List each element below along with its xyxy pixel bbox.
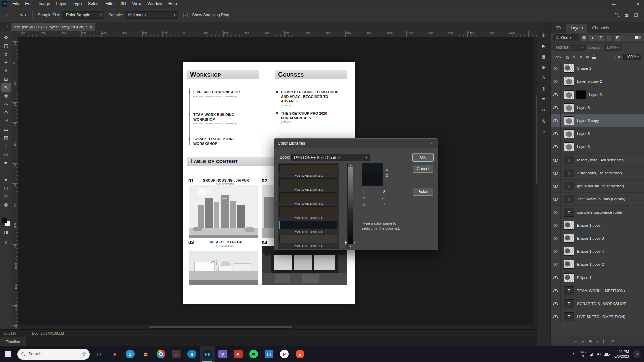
layer-row[interactable]: Layer 6 bbox=[551, 140, 644, 154]
eyedropper-tool[interactable]: ✎ bbox=[1, 83, 11, 92]
visibility-toggle[interactable] bbox=[551, 232, 561, 245]
lock-transparency-icon[interactable]: ▨ bbox=[565, 54, 571, 60]
language-indicator[interactable]: ENG IN bbox=[578, 350, 586, 358]
menu-filter[interactable]: Filter bbox=[103, 0, 118, 8]
menu-image[interactable]: Image bbox=[36, 0, 53, 8]
picker-button[interactable]: Picker bbox=[413, 188, 433, 196]
visibility-toggle[interactable] bbox=[551, 180, 561, 192]
minimize-button[interactable]: — bbox=[608, 0, 620, 8]
ok-button[interactable]: OK bbox=[413, 153, 433, 161]
gamut-warning-icon[interactable]: ⚠ bbox=[385, 168, 388, 171]
layer-row[interactable]: Layer 8 bbox=[551, 101, 644, 114]
home-icon[interactable]: ⌂ bbox=[2, 12, 10, 18]
lock-all-icon[interactable] bbox=[591, 54, 597, 60]
tab-3d[interactable]: 3D bbox=[551, 24, 566, 33]
filter-kind-select[interactable]: Kind ▾ bbox=[553, 34, 579, 41]
tray-expand-icon[interactable]: ∧ bbox=[572, 352, 575, 356]
scroll-up-icon[interactable]: ▲ bbox=[348, 163, 353, 167]
layer-row[interactable]: Ellipse 1 copy 2 bbox=[551, 258, 644, 271]
ruler-corner[interactable] bbox=[12, 31, 18, 37]
delete-layer-icon[interactable]: ▯ bbox=[619, 339, 621, 343]
layer-row[interactable]: Ellipse 1 copy 4 bbox=[551, 245, 644, 258]
layer-row[interactable]: Layer 9 bbox=[551, 88, 644, 101]
menu-3d[interactable]: 3D bbox=[118, 0, 129, 8]
show-sampling-ring-checkbox[interactable]: ✓ bbox=[183, 13, 188, 17]
layer-row[interactable]: Ellipse 1 bbox=[551, 271, 644, 284]
task-view-button[interactable]: ▢ bbox=[92, 346, 107, 362]
type-tool[interactable]: T bbox=[1, 167, 11, 175]
filter-pixel-layers-icon[interactable]: ▦ bbox=[580, 34, 588, 41]
pantone-color-item[interactable]: PANTONE Black 2 C bbox=[279, 164, 337, 178]
pantone-color-item[interactable]: PANTONE Black 5 C bbox=[279, 206, 337, 220]
slider-marker-left[interactable] bbox=[345, 241, 347, 244]
marquee-tool[interactable]: ▢ bbox=[1, 41, 11, 50]
hand-tool[interactable]: ☞ bbox=[1, 192, 11, 200]
expand-dock-icon[interactable]: « bbox=[543, 23, 545, 29]
close-button[interactable]: × bbox=[632, 0, 644, 8]
start-button[interactable] bbox=[0, 346, 16, 362]
pantone-color-item[interactable]: PANTONE Black 6 C bbox=[279, 221, 337, 234]
brush-tool[interactable]: ✑ bbox=[1, 100, 11, 108]
visibility-toggle[interactable] bbox=[551, 284, 561, 297]
pen-tool[interactable]: ✒ bbox=[1, 159, 11, 167]
filter-toggle[interactable] bbox=[635, 36, 641, 39]
dialog-title-bar[interactable]: Color Libraries × bbox=[274, 139, 438, 148]
actions-panel-icon[interactable]: ▶ bbox=[539, 41, 548, 50]
canvas-horizontal-scrollbar[interactable] bbox=[18, 325, 533, 329]
layer-row[interactable]: Ellipse 1 copy bbox=[551, 219, 644, 232]
close-tab-icon[interactable]: × bbox=[90, 25, 92, 29]
file-explorer[interactable]: ▤ bbox=[138, 346, 153, 362]
dodge-tool[interactable]: ☉ bbox=[1, 150, 11, 159]
acrobat-app[interactable]: A bbox=[169, 346, 184, 362]
layer-row[interactable]: Tcomplete gui...vance (udem bbox=[551, 206, 644, 219]
lock-position-icon[interactable]: ✥ bbox=[578, 54, 584, 60]
layer-row[interactable]: Layer 5 bbox=[551, 127, 644, 140]
layer-effects-icon[interactable]: fx bbox=[581, 339, 584, 343]
clock[interactable]: 1:49 PM 6/5/2023 bbox=[614, 349, 629, 359]
color-slider[interactable]: ▲ ▼ bbox=[347, 163, 353, 249]
pantone-color-list[interactable]: PANTONE Black 2 CPANTONE Black 3 CPANTON… bbox=[278, 163, 339, 249]
visibility-toggle[interactable] bbox=[551, 167, 561, 179]
frame-tool[interactable]: ⊞ bbox=[1, 75, 11, 83]
clone-source-panel-icon[interactable]: ✂ bbox=[539, 106, 548, 114]
histogram-panel-icon[interactable]: ▦ bbox=[539, 52, 548, 61]
visibility-toggle[interactable] bbox=[551, 114, 561, 127]
visibility-toggle[interactable] bbox=[551, 101, 561, 114]
gradient-tool[interactable]: ▨ bbox=[1, 133, 11, 142]
people-app[interactable]: ☻ bbox=[107, 346, 122, 362]
sample-size-select[interactable]: Point Sample ▾ bbox=[63, 11, 104, 19]
restore-button[interactable]: □ bbox=[620, 0, 632, 8]
edit-toolbar-icon[interactable]: ··· bbox=[4, 212, 8, 215]
new-layer-icon[interactable]: ⊞ bbox=[611, 339, 614, 343]
v-app[interactable]: V bbox=[215, 346, 230, 362]
scroll-down-icon[interactable]: ▼ bbox=[348, 244, 353, 249]
tab-timeline[interactable]: Timeline bbox=[0, 337, 26, 346]
pinterest-app[interactable]: P bbox=[277, 346, 292, 362]
layer-row[interactable]: TSCRAP TO S...WORKSHOP bbox=[551, 297, 644, 310]
grid-icon[interactable]: ▦ bbox=[625, 13, 629, 18]
blend-mode-select[interactable]: Normal ▾ bbox=[553, 44, 586, 51]
visibility-toggle[interactable] bbox=[551, 245, 561, 258]
menu-select[interactable]: Select bbox=[85, 0, 103, 8]
canvas-vertical-scrollbar[interactable] bbox=[533, 37, 537, 329]
color-gradient-strip[interactable] bbox=[348, 167, 353, 244]
tool-preset-picker[interactable]: ✎ ▾ bbox=[17, 12, 29, 19]
visibility-toggle[interactable] bbox=[551, 154, 561, 166]
book-select[interactable]: PANTONE+ Solid Coated ▾ bbox=[291, 154, 370, 161]
layer-row[interactable]: Layer 5 copy bbox=[551, 114, 644, 127]
layer-row[interactable]: Tgroup housin...th semester) bbox=[551, 180, 644, 193]
photoshop-app[interactable]: Ps bbox=[200, 346, 215, 362]
layer-row[interactable]: Ellipse 1 copy 3 bbox=[551, 232, 644, 245]
layer-row[interactable]: T3 star hotel,...th semester) bbox=[551, 167, 644, 180]
layer-row[interactable]: Tresort , kere...4th semester) bbox=[551, 154, 644, 167]
pantone-color-item[interactable]: PANTONE Black 3 C bbox=[279, 178, 337, 192]
screen-mode-icon[interactable]: ▯ bbox=[1, 238, 11, 246]
notification-badge[interactable]: 3 bbox=[633, 350, 641, 358]
move-tool[interactable]: ✥ bbox=[1, 33, 11, 41]
color-panel-icon[interactable]: ✣ bbox=[539, 31, 548, 39]
properties-panel-icon[interactable]: ◎ bbox=[539, 116, 548, 125]
quick-selection-tool[interactable]: ✦ bbox=[1, 58, 11, 66]
quick-mask-icon[interactable]: ◨ bbox=[1, 228, 11, 236]
pantone-color-item[interactable]: PANTONE Black 7 C bbox=[279, 235, 337, 248]
filter-type-layers-icon[interactable]: T bbox=[597, 34, 604, 41]
